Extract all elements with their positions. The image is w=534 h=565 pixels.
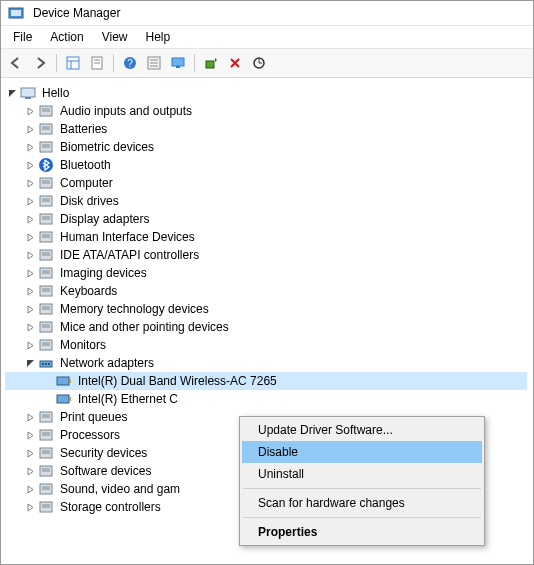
- twisty-collapsed-icon[interactable]: [23, 251, 37, 260]
- console-tree-button[interactable]: [62, 52, 84, 74]
- category-node[interactable]: Human Interface Devices: [5, 228, 527, 246]
- software-icon: [38, 463, 54, 479]
- device-tree[interactable]: Hello Audio inputs and outputsBatteriesB…: [1, 78, 533, 522]
- category-label: Monitors: [57, 337, 109, 353]
- twisty-collapsed-icon[interactable]: [23, 161, 37, 170]
- twisty-collapsed-icon[interactable]: [23, 449, 37, 458]
- root-node[interactable]: Hello: [5, 84, 527, 102]
- category-node[interactable]: Imaging devices: [5, 264, 527, 282]
- twisty-collapsed-icon[interactable]: [23, 125, 37, 134]
- svg-rect-64: [42, 486, 50, 490]
- twisty-collapsed-icon[interactable]: [23, 179, 37, 188]
- category-node[interactable]: IDE ATA/ATAPI controllers: [5, 246, 527, 264]
- root-label: Hello: [39, 85, 72, 101]
- svg-rect-53: [57, 395, 69, 403]
- category-label: Display adapters: [57, 211, 152, 227]
- twisty-collapsed-icon[interactable]: [23, 485, 37, 494]
- menu-view[interactable]: View: [94, 28, 136, 46]
- uninstall-button[interactable]: [224, 52, 246, 74]
- svg-rect-52: [69, 379, 71, 383]
- context-properties[interactable]: Properties: [242, 521, 482, 543]
- svg-rect-62: [42, 468, 50, 472]
- svg-rect-21: [42, 108, 50, 112]
- category-node[interactable]: Batteries: [5, 120, 527, 138]
- network-icon: [38, 355, 54, 371]
- category-node[interactable]: Audio inputs and outputs: [5, 102, 527, 120]
- bluetooth-icon: [38, 157, 54, 173]
- app-icon: [8, 5, 24, 21]
- forward-button[interactable]: [29, 52, 51, 74]
- menu-action[interactable]: Action: [42, 28, 91, 46]
- category-node[interactable]: Memory technology devices: [5, 300, 527, 318]
- category-node[interactable]: Bluetooth: [5, 156, 527, 174]
- twisty-collapsed-icon[interactable]: [23, 143, 37, 152]
- twisty-collapsed-icon[interactable]: [23, 413, 37, 422]
- nic-icon: [56, 373, 72, 389]
- menu-file[interactable]: File: [5, 28, 40, 46]
- properties-button[interactable]: [86, 52, 108, 74]
- svg-rect-46: [42, 342, 50, 346]
- twisty-collapsed-icon[interactable]: [23, 107, 37, 116]
- category-label: Biometric devices: [57, 139, 157, 155]
- twisty-collapsed-icon[interactable]: [23, 269, 37, 278]
- twisty-collapsed-icon[interactable]: [23, 503, 37, 512]
- category-node[interactable]: Mice and other pointing devices: [5, 318, 527, 336]
- toolbar: ?: [1, 49, 533, 78]
- context-uninstall[interactable]: Uninstall: [242, 463, 482, 485]
- window-title: Device Manager: [33, 6, 120, 20]
- context-scan[interactable]: Scan for hardware changes: [242, 492, 482, 514]
- view-devices-button[interactable]: [167, 52, 189, 74]
- svg-rect-36: [42, 252, 50, 256]
- help-button[interactable]: ?: [119, 52, 141, 74]
- category-label: Network adapters: [57, 355, 157, 371]
- category-node[interactable]: Monitors: [5, 336, 527, 354]
- category-node[interactable]: Disk drives: [5, 192, 527, 210]
- twisty-collapsed-icon[interactable]: [23, 323, 37, 332]
- context-update-driver[interactable]: Update Driver Software...: [242, 419, 482, 441]
- toolbar-sep: [194, 54, 195, 72]
- sound-icon: [38, 481, 54, 497]
- category-node[interactable]: Display adapters: [5, 210, 527, 228]
- twisty-expanded-icon[interactable]: [23, 359, 37, 368]
- svg-text:?: ?: [127, 58, 133, 69]
- device-node[interactable]: Intel(R) Dual Band Wireless-AC 7265: [5, 372, 527, 390]
- add-hardware-button[interactable]: [200, 52, 222, 74]
- action-list-button[interactable]: [143, 52, 165, 74]
- camera-icon: [38, 265, 54, 281]
- scan-hardware-button[interactable]: [248, 52, 270, 74]
- context-disable[interactable]: Disable: [242, 441, 482, 463]
- category-label: Audio inputs and outputs: [57, 103, 195, 119]
- device-label: Intel(R) Ethernet C: [75, 391, 181, 407]
- device-node[interactable]: Intel(R) Ethernet C: [5, 390, 527, 408]
- svg-point-50: [48, 363, 50, 365]
- twisty-expanded-icon[interactable]: [5, 89, 19, 98]
- printer-icon: [38, 409, 54, 425]
- menu-help[interactable]: Help: [138, 28, 179, 46]
- twisty-collapsed-icon[interactable]: [23, 233, 37, 242]
- twisty-collapsed-icon[interactable]: [23, 431, 37, 440]
- twisty-collapsed-icon[interactable]: [23, 305, 37, 314]
- category-node[interactable]: Keyboards: [5, 282, 527, 300]
- category-label: Storage controllers: [57, 499, 164, 515]
- monitor-icon: [38, 337, 54, 353]
- category-label: Print queues: [57, 409, 130, 425]
- twisty-collapsed-icon[interactable]: [23, 467, 37, 476]
- context-menu: Update Driver Software... Disable Uninst…: [239, 416, 485, 546]
- category-node[interactable]: Computer: [5, 174, 527, 192]
- toolbar-sep: [113, 54, 114, 72]
- svg-rect-34: [42, 234, 50, 238]
- svg-rect-2: [67, 57, 79, 69]
- category-node[interactable]: Biometric devices: [5, 138, 527, 156]
- twisty-collapsed-icon[interactable]: [23, 287, 37, 296]
- twisty-collapsed-icon[interactable]: [23, 197, 37, 206]
- svg-rect-16: [206, 61, 214, 68]
- category-node[interactable]: Network adapters: [5, 354, 527, 372]
- hid-icon: [38, 229, 54, 245]
- back-button[interactable]: [5, 52, 27, 74]
- context-sep: [243, 488, 481, 489]
- svg-rect-25: [42, 144, 50, 148]
- svg-rect-15: [176, 66, 180, 68]
- computer-root-icon: [20, 85, 36, 101]
- twisty-collapsed-icon[interactable]: [23, 341, 37, 350]
- twisty-collapsed-icon[interactable]: [23, 215, 37, 224]
